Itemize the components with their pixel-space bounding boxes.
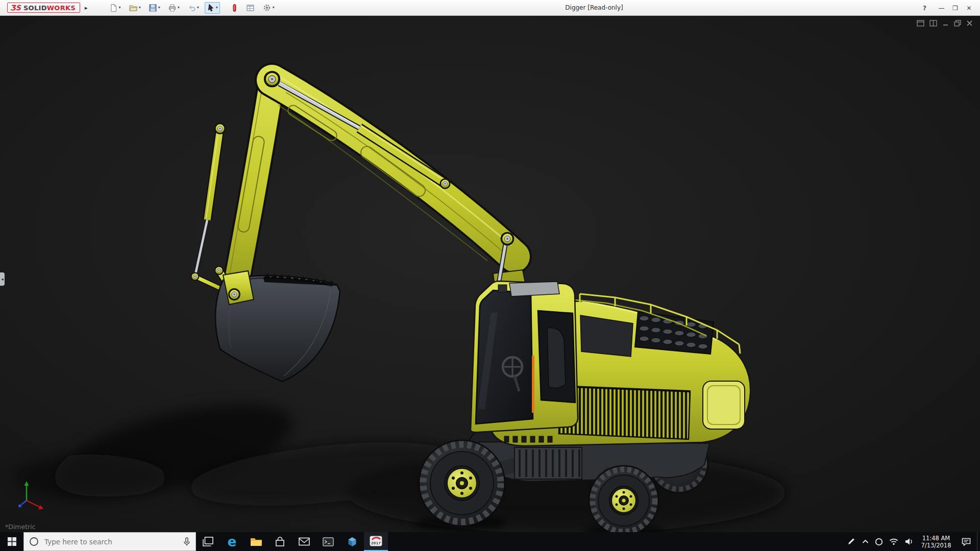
doc-restore-icon[interactable] (954, 20, 961, 27)
dropdown-arrow-icon[interactable]: ▾ (119, 6, 121, 10)
edrawings-cube-icon (347, 536, 358, 547)
view-orientation-label: *Dimetric (5, 523, 36, 531)
windows-logo-icon (8, 537, 16, 546)
select-cursor-icon (207, 4, 215, 12)
file-properties-button[interactable] (244, 2, 257, 14)
edge-button[interactable]: e (220, 532, 244, 551)
mail-button[interactable] (292, 532, 316, 551)
orange-post (532, 356, 534, 413)
excavator-cab[interactable] (471, 281, 578, 432)
cortana-icon[interactable] (29, 537, 39, 546)
solidworks-logo: ƷS SOLIDWORKS (7, 3, 80, 13)
quick-access-toolbar: ▾ ▾ ▾ ▾ ▾ ▾ ▾ (107, 2, 277, 14)
brand-text: SOLIDWORKS (23, 5, 76, 11)
windows-taskbar: e 2017 (0, 532, 980, 551)
dropdown-arrow-icon[interactable]: ▾ (273, 6, 275, 10)
console-window-icon (323, 537, 334, 546)
dropdown-arrow-icon[interactable]: ▾ (178, 6, 180, 10)
dropdown-arrow-icon[interactable]: ▾ (197, 6, 199, 10)
hidden-icons-button[interactable] (859, 532, 872, 551)
task-view-button[interactable] (196, 532, 220, 551)
appearances-button[interactable] (229, 2, 240, 14)
status-ring-icon (875, 538, 883, 546)
wifi-icon (889, 538, 898, 545)
chevron-up-icon (862, 539, 869, 544)
dropdown-arrow-icon[interactable]: ▾ (216, 6, 218, 10)
clock-date: 7/13/2018 (921, 542, 951, 549)
file-properties-icon (246, 4, 255, 12)
doc-close-icon[interactable] (966, 20, 973, 27)
help-button[interactable]: ? (918, 5, 932, 12)
dropdown-arrow-icon[interactable]: ▾ (139, 6, 141, 10)
graphics-viewport[interactable]: ◂ *Dimetric (0, 16, 980, 532)
taskbar-search[interactable] (23, 532, 196, 551)
side-grille (559, 386, 690, 439)
store-button[interactable] (268, 532, 292, 551)
options-gear-icon (262, 3, 272, 12)
close-button[interactable]: ✕ (962, 5, 976, 12)
action-center-icon (962, 538, 971, 546)
new-document-icon (109, 4, 118, 12)
titlebar: ƷS SOLIDWORKS ▸ ▾ ▾ ▾ ▾ ▾ ▾ (0, 0, 980, 16)
action-center-button[interactable] (955, 532, 977, 551)
edrawings-button[interactable] (340, 532, 364, 551)
console-button[interactable] (316, 532, 340, 551)
volume-button[interactable] (901, 532, 917, 551)
select-button[interactable]: ▾ (205, 2, 220, 14)
file-explorer-button[interactable] (244, 532, 268, 551)
speaker-icon (905, 538, 914, 545)
restore-button[interactable]: ❐ (948, 5, 962, 12)
taskbar-clock[interactable]: 11:48 AM 7/13/2018 (917, 532, 955, 551)
doc-minimize-icon[interactable] (942, 20, 949, 27)
status-ring-button[interactable] (872, 532, 886, 551)
minimize-button[interactable]: — (935, 5, 948, 12)
dropdown-arrow-icon[interactable]: ▾ (158, 6, 160, 10)
save-icon (149, 4, 157, 12)
system-tray: 11:48 AM 7/13/2018 (843, 532, 980, 551)
document-title: Digger [Read-only] (565, 4, 623, 11)
new-document-button[interactable]: ▾ (107, 2, 123, 14)
appearances-icon (231, 4, 238, 12)
edge-icon: e (228, 535, 237, 548)
solidworks-app-button[interactable]: 2017 (364, 532, 388, 551)
open-button[interactable]: ▾ (127, 2, 143, 14)
start-button[interactable] (0, 532, 23, 551)
dassault-logo-icon: ƷS (10, 4, 21, 11)
pen-icon (847, 538, 855, 545)
undo-button[interactable]: ▾ (185, 2, 201, 14)
3d-scene-canvas[interactable] (0, 16, 980, 532)
collapse-arrow-icon: ◂ (1, 277, 4, 282)
print-button[interactable]: ▾ (166, 2, 182, 14)
feature-panel-collapse-tab[interactable]: ◂ (0, 272, 5, 286)
search-input[interactable] (43, 537, 179, 546)
microphone-icon[interactable] (183, 537, 190, 546)
windows-ink-button[interactable] (843, 532, 859, 551)
task-view-icon (203, 537, 213, 546)
open-icon (129, 4, 138, 12)
new-window-icon[interactable] (917, 20, 924, 27)
svg-text:2017: 2017 (371, 541, 381, 545)
save-button[interactable]: ▾ (146, 2, 162, 14)
cab-roof-panel (509, 282, 559, 296)
solidworks-window: { "app": {"name": "SOLIDWORKS", "documen… (0, 0, 980, 551)
solidworks-app-icon: 2017 (370, 536, 382, 548)
undo-icon (187, 4, 196, 12)
store-icon (275, 537, 285, 547)
menu-flyout-arrow[interactable]: ▸ (85, 5, 88, 11)
network-button[interactable] (886, 532, 901, 551)
document-window-controls (917, 20, 973, 27)
rear-window-recess (703, 381, 745, 429)
clock-time: 11:48 AM (922, 535, 950, 542)
window-controls: ? — ❐ ✕ (918, 0, 976, 16)
file-explorer-icon (250, 537, 262, 547)
show-desktop-button[interactable] (977, 532, 980, 551)
mail-icon (299, 537, 310, 546)
print-icon (168, 4, 177, 12)
split-window-icon[interactable] (929, 20, 937, 27)
options-button[interactable]: ▾ (260, 2, 277, 14)
